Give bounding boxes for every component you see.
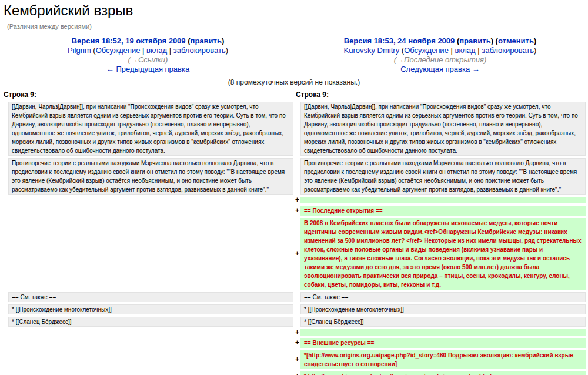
line-number-left: Строка 9: [2, 90, 293, 99]
new-contribs-link[interactable]: вклад [455, 46, 475, 55]
new-version-header: Версия 18:53, 24 ноября 2009 (править) (… [295, 36, 586, 75]
diff-row: * [[Сланец Бёрджесс]]* [[Сланец Бёрджесс… [2, 317, 586, 327]
old-edit-link[interactable]: править [191, 36, 222, 45]
old-version-header: Версия 18:52, 19 октября 2009 (править)P… [2, 36, 293, 75]
diff-cell-old: == См. также == [8, 292, 293, 302]
diff-marker-right: + [295, 206, 299, 216]
page-title: Кембрийский взрыв [1, 1, 587, 21]
diff-cell-old [8, 206, 293, 216]
diff-marker-right: + [295, 197, 299, 203]
diff-cell-new [300, 329, 586, 336]
diff-marker-right [295, 292, 299, 302]
diff-row: [[Дарвин, Чарльз|Дарвин]], при написании… [2, 102, 586, 156]
diff-cell-new: * [[Происхождение многоклеточных]] [300, 304, 586, 314]
page: Кембрийский взрыв (Различия между версия… [0, 0, 588, 375]
diff-row: +== Внешние ресурсы == [2, 338, 586, 348]
diff-cell-new: == Последние открытия == [300, 206, 586, 216]
new-user-link[interactable]: Kurovsky Dmitry [344, 46, 400, 55]
diff-cell-old: Противоречие теории с реальными находкам… [8, 158, 293, 195]
diff-cell-new [300, 197, 586, 203]
new-nav-line: Следующая правка → [295, 65, 586, 74]
diff-marker-left [2, 329, 7, 336]
diff-subtitle: (Различия между версиями) [7, 23, 587, 30]
diff-marker-right: + [295, 329, 299, 336]
diff-row: +* http://wsyachina.narod.ru/earth_scien… [2, 371, 586, 375]
diff-row: +*[http://www.origins.org.ua/page.php?id… [2, 350, 586, 369]
hidden-revisions-notice: (8 промежуточных версий не показаны.) [2, 78, 586, 88]
old-contribs-link[interactable]: вклад [146, 46, 167, 55]
diff-marker-right: + [295, 338, 299, 348]
diff-marker-right [295, 102, 299, 156]
diff-cell-old [8, 218, 293, 290]
diff-cell-old [8, 350, 293, 369]
diff-row: +== Последние открытия == [2, 206, 586, 216]
diff-row: + [2, 197, 586, 203]
new-user-line: Kurovsky Dmitry (Обсуждение | вклад | за… [295, 46, 586, 55]
old-version-link[interactable]: Версия 18:52, 19 октября 2009 [72, 36, 186, 45]
new-edit-link[interactable]: править [459, 36, 490, 45]
diff-cell-new: В 2008 в Кембрийских пластах были обнару… [300, 218, 586, 290]
added-text: == Внешние ресурсы == [304, 340, 374, 346]
diff-row: == См. также ==== См. также == [2, 292, 586, 302]
new-edit-summary: (→Последние открытия) [295, 55, 586, 65]
diff-marker-right [295, 317, 299, 327]
line-number-row: Строка 9: Строка 9: [2, 90, 586, 99]
old-user-link[interactable]: Pilgrim [68, 46, 91, 55]
diff-row: * [[Происхождение многоклеточных]]* [[Пр… [2, 304, 586, 314]
old-nav-line: ← Предыдущая правка [2, 65, 293, 74]
diff-cell-new: * http://wsyachina.narod.ru/earth_scienc… [300, 371, 586, 375]
diff-cell-old: [[Дарвин, Чарльз|Дарвин]], при написании… [8, 102, 293, 156]
diff-cell-old [8, 329, 293, 336]
diff-marker-left [2, 317, 7, 327]
diff-marker-right: + [295, 350, 299, 369]
line-number-right: Строка 9: [295, 90, 586, 99]
added-text: *[http://www.origins.org.ua/page.php?id_… [304, 352, 573, 367]
diff-cell-old [8, 197, 293, 203]
diff-cell-new: Противоречие теории с реальными находкам… [300, 158, 586, 195]
diff-marker-left [2, 350, 7, 369]
diff-marker-left [2, 102, 7, 156]
diff-marker-right: + [295, 218, 299, 290]
diff-cell-old [8, 371, 293, 375]
diff-cell-new: [[Дарвин, Чарльз|Дарвин]], при написании… [300, 102, 586, 156]
diff-row: + [2, 329, 586, 336]
diff-marker-left [2, 371, 7, 375]
diff-marker-left [2, 218, 7, 290]
diff-marker-right [295, 158, 299, 195]
new-talk-link[interactable]: Обсуждение [404, 46, 449, 55]
old-user-line: Pilgrim (Обсуждение | вклад | заблокиров… [2, 46, 293, 55]
added-text: * http://wsyachina.narod.ru/earth_scienc… [304, 373, 492, 375]
diff-marker-left [2, 304, 7, 314]
diff-cell-old: * [[Происхождение многоклеточных]] [8, 304, 293, 314]
diff-cell-new: == Внешние ресурсы == [300, 338, 586, 348]
old-block-link[interactable]: заблокировать [173, 46, 226, 55]
old-edit-summary: (→Ссылки) [2, 55, 293, 65]
diff-marker-left [2, 206, 7, 216]
diff-cell-new: * [[Сланец Бёрджесс]] [300, 317, 586, 327]
diff-cell-old [8, 338, 293, 348]
added-text: В 2008 в Кембрийских пластах были обнару… [304, 220, 582, 288]
diff-row: +В 2008 в Кембрийских пластах были обнар… [2, 218, 586, 290]
old-talk-link[interactable]: Обсуждение [96, 46, 141, 55]
diff-cell-new: == См. также == [300, 292, 586, 302]
added-text: == Последние открытия == [304, 207, 383, 214]
hidden-revisions-row: (8 промежуточных версий не показаны.) [2, 78, 586, 88]
new-block-link[interactable]: заблокировать [482, 46, 534, 55]
diff-marker-right: + [295, 371, 299, 375]
new-undo-link[interactable]: отменить [498, 36, 534, 45]
diff-marker-left [2, 338, 7, 348]
new-version-line: Версия 18:53, 24 ноября 2009 (править) (… [295, 36, 586, 46]
new-nav-link[interactable]: Следующая правка → [400, 65, 480, 73]
diff-marker-left [2, 197, 7, 203]
diff-cell-old: * [[Сланец Бёрджесс]] [8, 317, 293, 327]
old-version-line: Версия 18:52, 19 октября 2009 (править) [2, 36, 293, 46]
diff-marker-right [295, 304, 299, 314]
new-version-link[interactable]: Версия 18:53, 24 ноября 2009 [344, 36, 455, 45]
old-nav-link[interactable]: ← Предыдущая правка [106, 65, 189, 73]
diff-cell-new: *[http://www.origins.org.ua/page.php?id_… [300, 350, 586, 369]
diff-marker-left [2, 292, 7, 302]
diff-table: Версия 18:52, 19 октября 2009 (править)P… [1, 34, 587, 375]
diff-header-row: Версия 18:52, 19 октября 2009 (править)P… [2, 36, 586, 75]
diff-marker-left [2, 158, 7, 195]
diff-row: Противоречие теории с реальными находкам… [2, 158, 586, 195]
